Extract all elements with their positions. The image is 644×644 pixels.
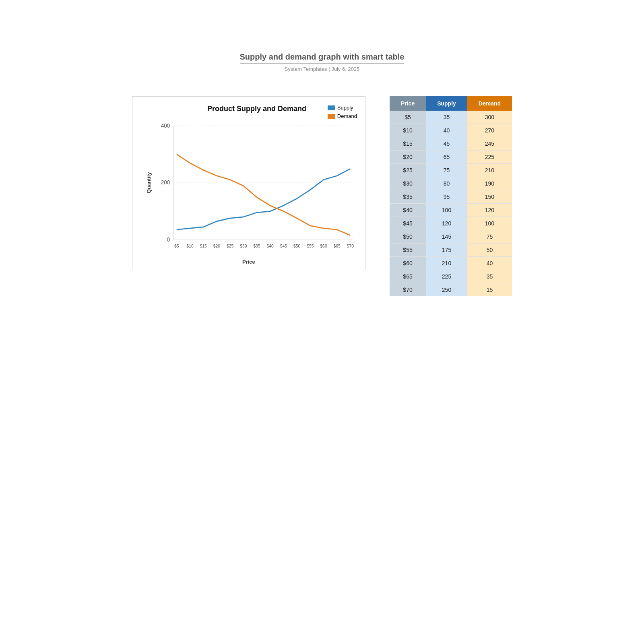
- supply-legend-color: [328, 105, 335, 110]
- demand-legend-label: Demand: [337, 113, 357, 119]
- supply-cell: 75: [426, 164, 467, 177]
- main-content: Product Supply and Demand Supply Demand …: [0, 84, 644, 308]
- price-cell: $45: [390, 217, 426, 230]
- table-row: $6021040: [390, 257, 512, 270]
- demand-line: [177, 154, 351, 235]
- legend-demand: Demand: [328, 113, 357, 119]
- demand-cell: 120: [467, 204, 512, 217]
- svg-text:$35: $35: [253, 244, 260, 248]
- supply-cell: 95: [426, 190, 467, 204]
- supply-line: [177, 169, 351, 229]
- svg-text:$10: $10: [186, 244, 193, 248]
- table-row: $5517550: [390, 244, 512, 257]
- supply-cell: 80: [426, 177, 467, 190]
- table-row: $40100120: [390, 204, 512, 217]
- table-row: $1040270: [390, 124, 512, 137]
- svg-text:$60: $60: [320, 244, 327, 248]
- supply-cell: 40: [426, 124, 467, 137]
- price-cell: $65: [390, 270, 426, 283]
- demand-cell: 75: [467, 230, 512, 244]
- svg-text:$70: $70: [347, 244, 354, 248]
- supply-cell: 100: [426, 204, 467, 217]
- page-title: Supply and demand graph with smart table: [240, 52, 405, 64]
- table-row: $1545245: [390, 137, 512, 151]
- price-cell: $55: [390, 244, 426, 257]
- data-table: Price Supply Demand $535300$1040270$1545…: [390, 96, 512, 296]
- supply-legend-label: Supply: [337, 105, 353, 111]
- svg-text:$50: $50: [293, 244, 300, 248]
- price-cell: $20: [390, 151, 426, 164]
- svg-text:0: 0: [167, 236, 170, 243]
- demand-header: Demand: [467, 96, 512, 111]
- price-header: Price: [390, 96, 426, 111]
- price-cell: $35: [390, 190, 426, 204]
- demand-cell: 50: [467, 244, 512, 257]
- svg-text:$55: $55: [307, 244, 314, 248]
- supply-header: Supply: [426, 96, 467, 111]
- y-axis-label: Quantity: [146, 172, 152, 194]
- page-subtitle: System Templates | July 6, 2025: [0, 66, 644, 72]
- supply-cell: 225: [426, 270, 467, 283]
- table-row: $6522535: [390, 270, 512, 283]
- chart-container: Product Supply and Demand Supply Demand …: [132, 96, 365, 269]
- price-cell: $60: [390, 257, 426, 270]
- svg-text:200: 200: [161, 179, 170, 186]
- svg-text:$20: $20: [213, 244, 220, 248]
- demand-cell: 15: [467, 283, 512, 297]
- table-row: $45120100: [390, 217, 512, 230]
- supply-cell: 145: [426, 230, 467, 244]
- supply-cell: 45: [426, 137, 467, 151]
- demand-cell: 300: [467, 111, 512, 124]
- table-row: $3080190: [390, 177, 512, 190]
- chart-legend: Supply Demand: [328, 105, 357, 119]
- supply-cell: 35: [426, 111, 467, 124]
- demand-cell: 210: [467, 164, 512, 177]
- table-header-row: Price Supply Demand: [390, 96, 512, 111]
- chart-title: Product Supply and Demand: [157, 105, 357, 113]
- demand-legend-color: [328, 114, 335, 119]
- legend-supply: Supply: [328, 105, 357, 111]
- table-row: $3595150: [390, 190, 512, 204]
- demand-cell: 270: [467, 124, 512, 137]
- svg-text:$5: $5: [174, 244, 179, 248]
- svg-text:400: 400: [161, 122, 170, 129]
- demand-cell: 150: [467, 190, 512, 204]
- x-axis-label: Price: [242, 259, 255, 265]
- svg-text:$15: $15: [200, 244, 206, 248]
- demand-cell: 35: [467, 270, 512, 283]
- supply-cell: 210: [426, 257, 467, 270]
- price-cell: $40: [390, 204, 426, 217]
- price-cell: $70: [390, 283, 426, 297]
- demand-cell: 40: [467, 257, 512, 270]
- svg-text:$65: $65: [333, 244, 340, 248]
- svg-text:$25: $25: [227, 244, 233, 248]
- demand-cell: 100: [467, 217, 512, 230]
- price-cell: $5: [390, 111, 426, 124]
- svg-text:$30: $30: [240, 244, 247, 248]
- supply-cell: 65: [426, 151, 467, 164]
- demand-cell: 190: [467, 177, 512, 190]
- price-cell: $30: [390, 177, 426, 190]
- table-row: $5014575: [390, 230, 512, 244]
- svg-text:$40: $40: [266, 244, 273, 248]
- chart-svg: 400 200 0 $5 $10 $15 $20 $25 $30 $35 $40…: [157, 117, 357, 257]
- table-row: $2065225: [390, 151, 512, 164]
- table-body: $535300$1040270$1545245$2065225$2575210$…: [390, 111, 512, 296]
- price-cell: $50: [390, 230, 426, 244]
- demand-cell: 245: [467, 137, 512, 151]
- page-header: Supply and demand graph with smart table…: [0, 0, 644, 84]
- svg-text:$45: $45: [280, 244, 287, 248]
- table-row: $7025015: [390, 283, 512, 297]
- supply-cell: 175: [426, 244, 467, 257]
- price-cell: $10: [390, 124, 426, 137]
- price-cell: $25: [390, 164, 426, 177]
- supply-cell: 250: [426, 283, 467, 297]
- price-cell: $15: [390, 137, 426, 151]
- table-row: $2575210: [390, 164, 512, 177]
- demand-cell: 225: [467, 151, 512, 164]
- supply-cell: 120: [426, 217, 467, 230]
- table-row: $535300: [390, 111, 512, 124]
